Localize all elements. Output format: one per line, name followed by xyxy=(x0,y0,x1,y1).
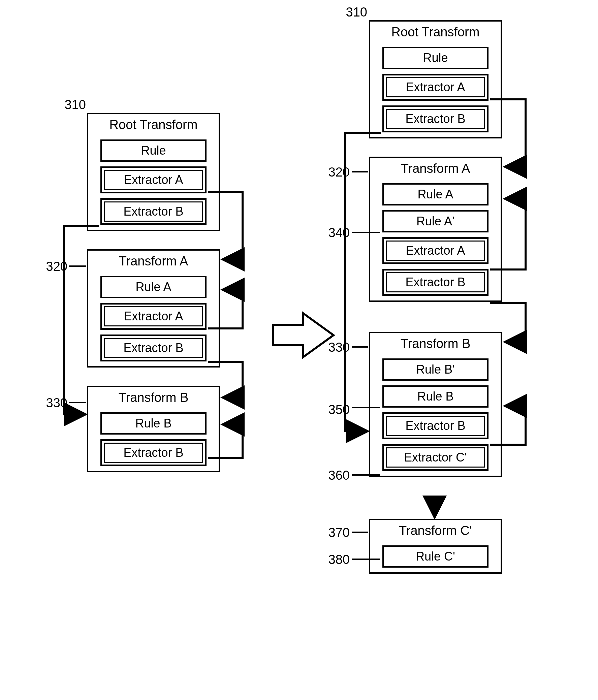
left-transform-a-extractor-b: Extractor B xyxy=(100,334,206,361)
left-transform-b-extractor-b: Extractor B xyxy=(100,439,206,466)
right-root-rule: Rule xyxy=(382,47,489,69)
ref-370-right: 370 xyxy=(323,525,350,540)
left-root-transform: Root Transform Rule Extractor A Extracto… xyxy=(87,113,220,231)
right-transform-b-title: Transform B xyxy=(370,333,501,354)
ref-330-right: 330 xyxy=(323,340,350,355)
ref-380-right: 380 xyxy=(323,552,350,567)
left-transform-a-rule: Rule A xyxy=(100,276,206,298)
diagram-canvas: 310 Root Transform Rule Extractor A Extr… xyxy=(0,0,598,700)
ref-310-left: 310 xyxy=(59,98,86,112)
right-transform-b-rule-b: Rule B xyxy=(382,385,489,408)
right-root-extractor-b: Extractor B xyxy=(382,105,489,132)
right-transform-a-rule-a: Rule A xyxy=(382,183,489,205)
left-transform-a-title: Transform A xyxy=(88,251,219,271)
right-transform-b-extractor-c: Extractor C' xyxy=(382,444,489,471)
left-root-rule: Rule xyxy=(100,140,206,162)
ref-340-right: 340 xyxy=(323,226,350,240)
right-transform-a-extractor-a: Extractor A xyxy=(382,237,489,264)
left-transform-a-extractor-a: Extractor A xyxy=(100,303,206,330)
right-root-extractor-a: Extractor A xyxy=(382,74,489,101)
left-transform-b-title: Transform B xyxy=(88,387,219,408)
right-transform-b-rule-bprime: Rule B' xyxy=(382,358,489,381)
right-transform-a: Transform A Rule A Rule A' Extractor A E… xyxy=(369,157,502,302)
left-transform-b: Transform B Rule B Extractor B xyxy=(87,386,220,472)
ref-320-left: 320 xyxy=(41,259,67,274)
right-transform-c-rule: Rule C' xyxy=(382,545,489,568)
right-root-transform: Root Transform Rule Extractor A Extracto… xyxy=(369,20,502,139)
ref-310-right: 310 xyxy=(340,5,367,20)
ref-330-left: 330 xyxy=(41,396,67,410)
right-transform-c-title: Transform C' xyxy=(370,520,501,541)
right-transform-b: Transform B Rule B' Rule B Extractor B E… xyxy=(369,332,502,477)
ref-320-right: 320 xyxy=(323,165,350,179)
right-transform-a-title: Transform A xyxy=(370,158,501,178)
right-root-title: Root Transform xyxy=(370,22,501,42)
left-root-extractor-b: Extractor B xyxy=(100,198,206,225)
left-root-extractor-a: Extractor A xyxy=(100,167,206,193)
left-transform-b-rule: Rule B xyxy=(100,412,206,434)
right-transform-b-extractor-b: Extractor B xyxy=(382,412,489,439)
ref-360-right: 360 xyxy=(323,468,350,483)
ref-350-right: 350 xyxy=(323,403,350,417)
right-transform-a-extractor-b: Extractor B xyxy=(382,269,489,296)
right-transform-c: Transform C' Rule C' xyxy=(369,519,502,574)
left-transform-a: Transform A Rule A Extractor A Extractor… xyxy=(87,249,220,368)
left-root-title: Root Transform xyxy=(88,114,219,135)
right-transform-a-rule-aprime: Rule A' xyxy=(382,210,489,232)
